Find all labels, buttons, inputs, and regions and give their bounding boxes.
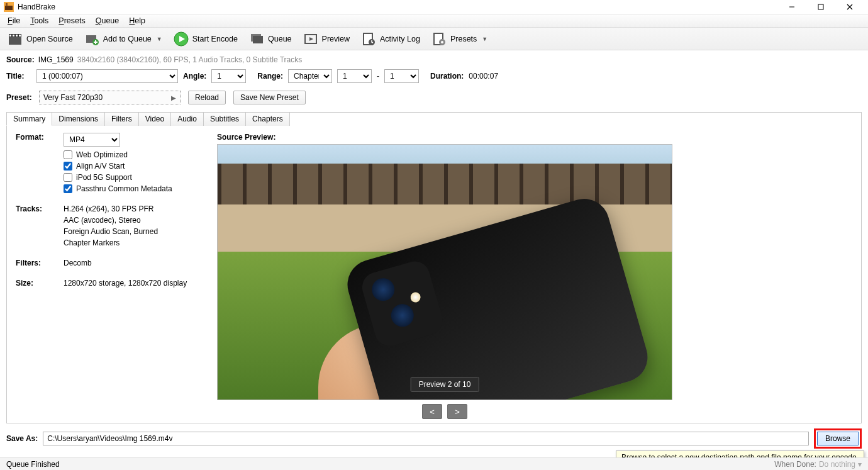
filters-value: Decomb <box>64 259 92 267</box>
start-encode-button[interactable]: Start Encode <box>169 29 243 49</box>
presets-label: Presets <box>450 35 477 43</box>
chevron-down-icon: ▼ <box>157 36 162 42</box>
preview-label: Preview <box>322 35 350 43</box>
preview-counter: Preview 2 of 10 <box>411 377 479 392</box>
tracks-lines: H.264 (x264), 30 FPS PFR AAC (avcodec), … <box>64 204 158 250</box>
tab-summary[interactable]: Summary <box>6 112 52 126</box>
open-source-button[interactable]: Open Source <box>3 29 78 49</box>
preset-value: Very Fast 720p30 <box>43 93 103 102</box>
log-icon <box>361 31 376 47</box>
tracks-label: Tracks: <box>16 204 53 250</box>
save-as-input[interactable] <box>43 432 809 445</box>
queue-label: Queue <box>268 35 292 43</box>
menu-help[interactable]: Help <box>124 15 150 26</box>
duration-label: Duration: <box>430 72 464 81</box>
svg-marker-22 <box>309 37 313 41</box>
queue-icon <box>249 31 264 47</box>
play-icon <box>174 31 189 47</box>
format-label: Format: <box>16 133 53 196</box>
title-label: Title: <box>6 72 31 81</box>
open-source-label: Open Source <box>26 35 73 43</box>
title-row: Title: 1 (00:00:07) Angle: 1 Range: Chap… <box>0 65 868 87</box>
tab-subtitles[interactable]: Subtitles <box>203 112 246 126</box>
range-from-select[interactable]: 1 <box>337 69 372 83</box>
add-to-queue-button[interactable]: Add to Queue ▼ <box>79 29 167 49</box>
preview-label: Source Preview: <box>217 133 672 142</box>
svg-rect-4 <box>818 4 823 9</box>
range-dash: - <box>377 72 379 81</box>
save-as-row: Save As: Browse <box>0 423 868 449</box>
status-left: Queue Finished <box>6 460 60 469</box>
add-queue-icon <box>84 31 99 47</box>
svg-point-27 <box>441 41 443 43</box>
menubar: File Tools Presets Queue Help <box>0 14 868 28</box>
web-optimized-label: Web Optimized <box>76 150 128 159</box>
tab-dimensions[interactable]: Dimensions <box>52 112 105 126</box>
preview-icon <box>303 31 318 47</box>
presets-button[interactable]: Presets ▼ <box>426 29 492 49</box>
tracks-line: H.264 (x264), 30 FPS PFR <box>64 204 158 213</box>
chevron-down-icon: ▾ <box>858 460 862 469</box>
source-info: Source: IMG_1569 3840x2160 (3840x2160), … <box>0 50 868 65</box>
queue-button[interactable]: Queue <box>244 29 297 49</box>
format-select[interactable]: MP4 <box>64 133 120 147</box>
svg-rect-9 <box>9 35 11 36</box>
chevron-down-icon: ▼ <box>482 36 487 42</box>
align-av-label: Align A/V Start <box>76 162 125 171</box>
preview-prev-button[interactable]: < <box>422 404 442 419</box>
activity-log-button[interactable]: Activity Log <box>356 29 425 49</box>
range-type-select[interactable]: Chapters <box>288 69 332 83</box>
align-av-checkbox[interactable] <box>64 162 72 171</box>
app-title: HandBrake <box>18 3 55 11</box>
preset-select[interactable]: Very Fast 720p30 ▶ <box>39 91 181 104</box>
source-label: Source: <box>6 55 35 64</box>
svg-rect-12 <box>19 35 21 36</box>
tab-filters[interactable]: Filters <box>104 112 139 126</box>
angle-select[interactable]: 1 <box>211 69 246 83</box>
tab-audio[interactable]: Audio <box>170 112 204 126</box>
maximize-button[interactable] <box>806 0 835 14</box>
size-label: Size: <box>16 279 53 290</box>
tracks-line: Foreign Audio Scan, Burned <box>64 227 158 236</box>
browse-button[interactable]: Browse <box>817 432 859 445</box>
clapper-icon <box>8 31 23 47</box>
source-name: IMG_1569 <box>38 55 74 64</box>
activity-log-label: Activity Log <box>380 35 420 43</box>
preview-next-button[interactable]: > <box>447 404 467 419</box>
angle-label: Angle: <box>183 72 206 81</box>
toolbar: Open Source Add to Queue ▼ Start Encode … <box>0 28 868 50</box>
tab-body: Format: MP4 Web Optimized Align A/V Star… <box>7 126 861 425</box>
filters-label: Filters: <box>16 259 53 270</box>
presets-icon <box>431 31 447 47</box>
menu-file[interactable]: File <box>3 15 25 26</box>
preview-image: Preview 2 of 10 <box>217 144 672 400</box>
ipod-checkbox[interactable] <box>64 173 72 182</box>
tab-video[interactable]: Video <box>138 112 171 126</box>
preset-row: Preset: Very Fast 720p30 ▶ Reload Save N… <box>0 87 868 108</box>
tab-chapters[interactable]: Chapters <box>245 112 290 126</box>
web-optimized-checkbox[interactable] <box>64 150 72 159</box>
tab-row: Summary Dimensions Filters Video Audio S… <box>6 112 860 126</box>
menu-tools[interactable]: Tools <box>25 15 53 26</box>
menu-file-label: ile <box>13 16 21 25</box>
tabs-panel: Summary Dimensions Filters Video Audio S… <box>6 112 862 423</box>
preset-label: Preset: <box>6 93 31 102</box>
chevron-right-icon: ▶ <box>171 94 176 101</box>
summary-left-column: Format: MP4 Web Optimized Align A/V Star… <box>16 133 204 419</box>
reload-button[interactable]: Reload <box>188 91 226 104</box>
range-to-select[interactable]: 1 <box>384 69 419 83</box>
titlebar: HandBrake <box>0 0 868 14</box>
save-new-preset-button[interactable]: Save New Preset <box>233 91 306 104</box>
status-right-label: When Done: <box>774 460 816 469</box>
minimize-button[interactable] <box>777 0 806 14</box>
svg-rect-20 <box>253 36 263 43</box>
source-preview: Source Preview: Preview 2 of 10 < > <box>217 133 672 419</box>
passthru-checkbox[interactable] <box>64 184 72 193</box>
menu-presets[interactable]: Presets <box>53 15 90 26</box>
menu-queue[interactable]: Queue <box>91 15 125 26</box>
svg-rect-2 <box>6 3 8 6</box>
svg-rect-11 <box>16 35 18 36</box>
title-select[interactable]: 1 (00:00:07) <box>36 69 178 83</box>
preview-button[interactable]: Preview <box>298 29 355 49</box>
close-button[interactable] <box>835 0 864 14</box>
